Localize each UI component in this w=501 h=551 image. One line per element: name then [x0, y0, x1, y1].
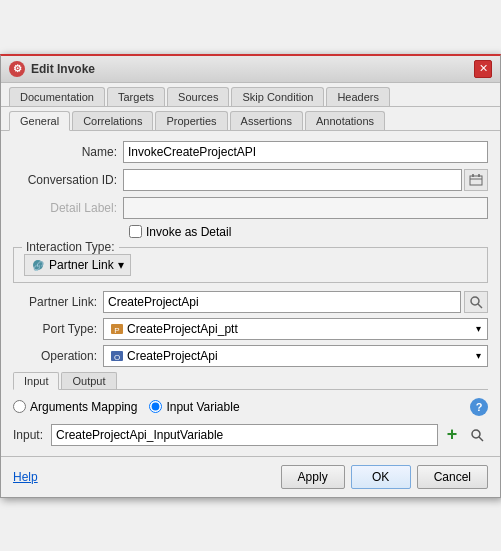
tab-targets[interactable]: Targets — [107, 87, 165, 106]
tab-headers[interactable]: Headers — [326, 87, 390, 106]
conversation-id-row: Conversation ID: — [13, 169, 488, 191]
tab-documentation[interactable]: Documentation — [9, 87, 105, 106]
svg-text:P: P — [114, 326, 119, 335]
input-variable-label[interactable]: Input Variable — [166, 400, 239, 414]
port-type-label: Port Type: — [13, 322, 103, 336]
partner-link-search-button[interactable] — [464, 291, 488, 313]
svg-line-7 — [478, 304, 482, 308]
interaction-type-legend: Interaction Type: — [22, 240, 119, 254]
arguments-mapping-radio[interactable] — [13, 400, 26, 413]
port-type-value: CreateProjectApi_ptt — [127, 322, 476, 336]
conversation-id-button[interactable] — [464, 169, 488, 191]
content-area: Name: Conversation ID: Detail Label: — [1, 131, 500, 456]
invoke-as-detail-row: Invoke as Detail — [129, 225, 488, 239]
detail-label-label: Detail Label: — [13, 201, 123, 215]
input-value-row: Input: + — [13, 424, 488, 446]
operation-arrow: ▾ — [476, 350, 481, 361]
operation-value: CreateProjectApi — [127, 349, 476, 363]
tabs-row1: Documentation Targets Sources Skip Condi… — [1, 83, 500, 107]
dialog-title: Edit Invoke — [31, 62, 95, 76]
close-button[interactable]: ✕ — [474, 60, 492, 78]
name-input[interactable] — [123, 141, 488, 163]
partner-link-icon: 🔗 — [31, 258, 45, 272]
search-input-icon — [470, 428, 484, 442]
input-field-label: Input: — [13, 428, 47, 442]
footer: Help Apply OK Cancel — [1, 456, 500, 497]
detail-label-row: Detail Label: — [13, 197, 488, 219]
tab-input[interactable]: Input — [13, 372, 59, 390]
invoke-as-detail-label[interactable]: Invoke as Detail — [146, 225, 231, 239]
conversation-id-label: Conversation ID: — [13, 173, 123, 187]
title-bar-left: ⚙ Edit Invoke — [9, 61, 95, 77]
port-type-select[interactable]: P CreateProjectApi_ptt ▾ — [103, 318, 488, 340]
input-output-tabs: Input Output — [13, 372, 488, 390]
operation-icon: O — [110, 349, 124, 363]
port-type-arrow: ▾ — [476, 323, 481, 334]
tab-general[interactable]: General — [9, 111, 70, 131]
name-row: Name: — [13, 141, 488, 163]
tab-properties[interactable]: Properties — [155, 111, 227, 130]
radio-row: Arguments Mapping Input Variable ? — [13, 398, 488, 416]
detail-label-input[interactable] — [123, 197, 488, 219]
partner-link-label: Partner Link: — [13, 295, 103, 309]
dialog-icon: ⚙ — [9, 61, 25, 77]
title-bar: ⚙ Edit Invoke ✕ — [1, 56, 500, 83]
apply-button[interactable]: Apply — [281, 465, 345, 489]
interaction-type-row: 🔗 Partner Link ▾ — [24, 254, 477, 276]
tabs-row2: General Correlations Properties Assertio… — [1, 107, 500, 131]
port-type-row: Port Type: P CreateProjectApi_ptt ▾ — [13, 318, 488, 340]
tab-assertions[interactable]: Assertions — [230, 111, 303, 130]
cancel-button[interactable]: Cancel — [417, 465, 488, 489]
svg-rect-0 — [470, 176, 482, 185]
interaction-type-value: Partner Link — [49, 258, 114, 272]
conversation-id-input[interactable] — [123, 169, 462, 191]
tab-annotations[interactable]: Annotations — [305, 111, 385, 130]
interaction-type-arrow: ▾ — [118, 258, 124, 272]
calendar-icon — [469, 173, 483, 187]
operation-row: Operation: O CreateProjectApi ▾ — [13, 345, 488, 367]
name-label: Name: — [13, 145, 123, 159]
partner-link-input[interactable] — [103, 291, 461, 313]
operation-select[interactable]: O CreateProjectApi ▾ — [103, 345, 488, 367]
partner-link-row: Partner Link: — [13, 291, 488, 313]
interaction-type-group: Interaction Type: 🔗 Partner Link ▾ — [13, 247, 488, 283]
arguments-mapping-label[interactable]: Arguments Mapping — [30, 400, 137, 414]
operation-label: Operation: — [13, 349, 103, 363]
svg-line-13 — [479, 437, 483, 441]
search-input-button[interactable] — [466, 424, 488, 446]
add-input-button[interactable]: + — [442, 425, 462, 445]
dialog: ⚙ Edit Invoke ✕ Documentation Targets So… — [0, 54, 501, 498]
tab-output[interactable]: Output — [61, 372, 116, 389]
tab-sources[interactable]: Sources — [167, 87, 229, 106]
invoke-as-detail-checkbox[interactable] — [129, 225, 142, 238]
svg-text:O: O — [114, 353, 120, 362]
arguments-mapping-radio-item: Arguments Mapping — [13, 400, 137, 414]
ok-button[interactable]: OK — [351, 465, 411, 489]
svg-text:🔗: 🔗 — [33, 260, 45, 272]
help-icon[interactable]: ? — [470, 398, 488, 416]
tab-correlations[interactable]: Correlations — [72, 111, 153, 130]
svg-point-12 — [472, 430, 480, 438]
footer-left: Help — [13, 470, 38, 484]
svg-point-6 — [471, 297, 479, 305]
input-value-field[interactable] — [51, 424, 438, 446]
input-variable-radio-item: Input Variable — [149, 400, 239, 414]
port-type-icon: P — [110, 322, 124, 336]
interaction-type-button[interactable]: 🔗 Partner Link ▾ — [24, 254, 131, 276]
tab-skip-condition[interactable]: Skip Condition — [231, 87, 324, 106]
search-icon — [469, 295, 483, 309]
input-variable-radio[interactable] — [149, 400, 162, 413]
help-button[interactable]: Help — [13, 470, 38, 484]
